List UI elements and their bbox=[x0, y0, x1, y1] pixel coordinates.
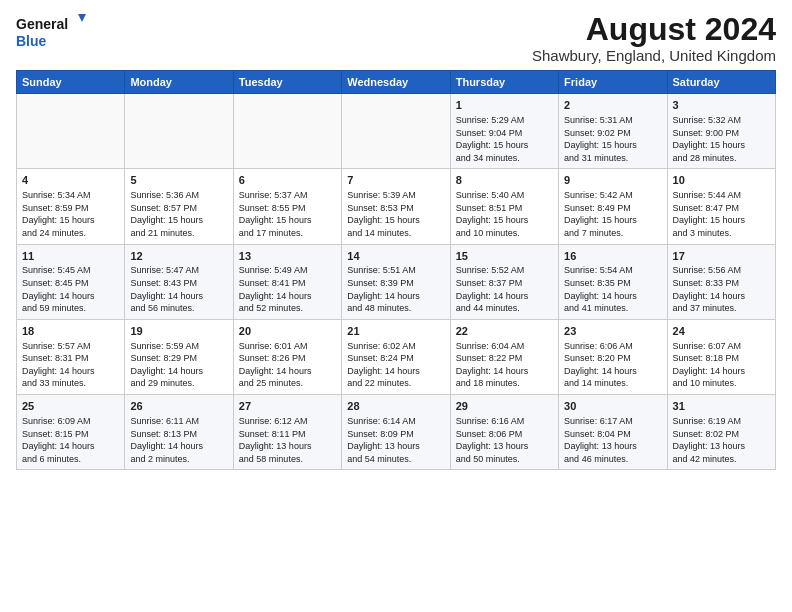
day-info: Sunrise: 6:17 AMSunset: 8:04 PMDaylight:… bbox=[564, 415, 661, 465]
calendar-header-row: SundayMondayTuesdayWednesdayThursdayFrid… bbox=[17, 71, 776, 94]
day-number: 17 bbox=[673, 249, 770, 264]
calendar-cell: 26Sunrise: 6:11 AMSunset: 8:13 PMDayligh… bbox=[125, 395, 233, 470]
day-info: Sunrise: 6:19 AMSunset: 8:02 PMDaylight:… bbox=[673, 415, 770, 465]
day-info: Sunrise: 5:42 AMSunset: 8:49 PMDaylight:… bbox=[564, 189, 661, 239]
title-block: August 2024 Shawbury, England, United Ki… bbox=[532, 12, 776, 64]
day-info: Sunrise: 5:34 AMSunset: 8:59 PMDaylight:… bbox=[22, 189, 119, 239]
calendar-cell: 25Sunrise: 6:09 AMSunset: 8:15 PMDayligh… bbox=[17, 395, 125, 470]
day-info: Sunrise: 5:51 AMSunset: 8:39 PMDaylight:… bbox=[347, 264, 444, 314]
calendar-cell: 1Sunrise: 5:29 AMSunset: 9:04 PMDaylight… bbox=[450, 94, 558, 169]
day-number: 7 bbox=[347, 173, 444, 188]
day-info: Sunrise: 6:01 AMSunset: 8:26 PMDaylight:… bbox=[239, 340, 336, 390]
day-info: Sunrise: 5:57 AMSunset: 8:31 PMDaylight:… bbox=[22, 340, 119, 390]
day-info: Sunrise: 5:36 AMSunset: 8:57 PMDaylight:… bbox=[130, 189, 227, 239]
calendar-cell: 2Sunrise: 5:31 AMSunset: 9:02 PMDaylight… bbox=[559, 94, 667, 169]
calendar-cell: 3Sunrise: 5:32 AMSunset: 9:00 PMDaylight… bbox=[667, 94, 775, 169]
calendar-cell bbox=[342, 94, 450, 169]
calendar-cell: 19Sunrise: 5:59 AMSunset: 8:29 PMDayligh… bbox=[125, 319, 233, 394]
day-number: 13 bbox=[239, 249, 336, 264]
day-number: 9 bbox=[564, 173, 661, 188]
day-info: Sunrise: 5:59 AMSunset: 8:29 PMDaylight:… bbox=[130, 340, 227, 390]
page-header: General Blue August 2024 Shawbury, Engla… bbox=[16, 12, 776, 64]
day-number: 24 bbox=[673, 324, 770, 339]
day-info: Sunrise: 5:47 AMSunset: 8:43 PMDaylight:… bbox=[130, 264, 227, 314]
calendar-cell: 10Sunrise: 5:44 AMSunset: 8:47 PMDayligh… bbox=[667, 169, 775, 244]
svg-marker-2 bbox=[78, 14, 86, 22]
day-number: 18 bbox=[22, 324, 119, 339]
day-number: 25 bbox=[22, 399, 119, 414]
day-number: 31 bbox=[673, 399, 770, 414]
calendar-cell: 31Sunrise: 6:19 AMSunset: 8:02 PMDayligh… bbox=[667, 395, 775, 470]
day-info: Sunrise: 6:02 AMSunset: 8:24 PMDaylight:… bbox=[347, 340, 444, 390]
calendar-cell: 21Sunrise: 6:02 AMSunset: 8:24 PMDayligh… bbox=[342, 319, 450, 394]
day-info: Sunrise: 6:06 AMSunset: 8:20 PMDaylight:… bbox=[564, 340, 661, 390]
calendar-cell: 18Sunrise: 5:57 AMSunset: 8:31 PMDayligh… bbox=[17, 319, 125, 394]
day-number: 16 bbox=[564, 249, 661, 264]
day-number: 21 bbox=[347, 324, 444, 339]
day-info: Sunrise: 5:37 AMSunset: 8:55 PMDaylight:… bbox=[239, 189, 336, 239]
calendar-week-2: 4Sunrise: 5:34 AMSunset: 8:59 PMDaylight… bbox=[17, 169, 776, 244]
day-number: 2 bbox=[564, 98, 661, 113]
calendar-cell: 20Sunrise: 6:01 AMSunset: 8:26 PMDayligh… bbox=[233, 319, 341, 394]
calendar-week-5: 25Sunrise: 6:09 AMSunset: 8:15 PMDayligh… bbox=[17, 395, 776, 470]
calendar-cell: 27Sunrise: 6:12 AMSunset: 8:11 PMDayligh… bbox=[233, 395, 341, 470]
calendar-cell: 8Sunrise: 5:40 AMSunset: 8:51 PMDaylight… bbox=[450, 169, 558, 244]
day-number: 26 bbox=[130, 399, 227, 414]
calendar-cell: 30Sunrise: 6:17 AMSunset: 8:04 PMDayligh… bbox=[559, 395, 667, 470]
day-info: Sunrise: 5:39 AMSunset: 8:53 PMDaylight:… bbox=[347, 189, 444, 239]
day-info: Sunrise: 5:56 AMSunset: 8:33 PMDaylight:… bbox=[673, 264, 770, 314]
calendar-cell: 16Sunrise: 5:54 AMSunset: 8:35 PMDayligh… bbox=[559, 244, 667, 319]
day-number: 22 bbox=[456, 324, 553, 339]
day-info: Sunrise: 6:07 AMSunset: 8:18 PMDaylight:… bbox=[673, 340, 770, 390]
day-number: 28 bbox=[347, 399, 444, 414]
calendar-week-3: 11Sunrise: 5:45 AMSunset: 8:45 PMDayligh… bbox=[17, 244, 776, 319]
calendar-page: General Blue August 2024 Shawbury, Engla… bbox=[0, 0, 792, 612]
day-info: Sunrise: 5:49 AMSunset: 8:41 PMDaylight:… bbox=[239, 264, 336, 314]
calendar-cell: 4Sunrise: 5:34 AMSunset: 8:59 PMDaylight… bbox=[17, 169, 125, 244]
col-header-friday: Friday bbox=[559, 71, 667, 94]
calendar-cell: 5Sunrise: 5:36 AMSunset: 8:57 PMDaylight… bbox=[125, 169, 233, 244]
svg-text:General: General bbox=[16, 16, 68, 32]
day-info: Sunrise: 5:32 AMSunset: 9:00 PMDaylight:… bbox=[673, 114, 770, 164]
day-info: Sunrise: 5:54 AMSunset: 8:35 PMDaylight:… bbox=[564, 264, 661, 314]
day-number: 29 bbox=[456, 399, 553, 414]
col-header-sunday: Sunday bbox=[17, 71, 125, 94]
calendar-table: SundayMondayTuesdayWednesdayThursdayFrid… bbox=[16, 70, 776, 470]
calendar-cell: 23Sunrise: 6:06 AMSunset: 8:20 PMDayligh… bbox=[559, 319, 667, 394]
day-number: 12 bbox=[130, 249, 227, 264]
calendar-cell: 6Sunrise: 5:37 AMSunset: 8:55 PMDaylight… bbox=[233, 169, 341, 244]
day-info: Sunrise: 5:45 AMSunset: 8:45 PMDaylight:… bbox=[22, 264, 119, 314]
svg-text:Blue: Blue bbox=[16, 33, 47, 49]
day-info: Sunrise: 5:52 AMSunset: 8:37 PMDaylight:… bbox=[456, 264, 553, 314]
day-number: 3 bbox=[673, 98, 770, 113]
day-number: 23 bbox=[564, 324, 661, 339]
day-number: 27 bbox=[239, 399, 336, 414]
day-number: 11 bbox=[22, 249, 119, 264]
logo-svg: General Blue bbox=[16, 12, 86, 52]
col-header-wednesday: Wednesday bbox=[342, 71, 450, 94]
day-number: 15 bbox=[456, 249, 553, 264]
day-info: Sunrise: 5:31 AMSunset: 9:02 PMDaylight:… bbox=[564, 114, 661, 164]
day-info: Sunrise: 5:40 AMSunset: 8:51 PMDaylight:… bbox=[456, 189, 553, 239]
day-number: 8 bbox=[456, 173, 553, 188]
calendar-cell: 7Sunrise: 5:39 AMSunset: 8:53 PMDaylight… bbox=[342, 169, 450, 244]
calendar-cell: 28Sunrise: 6:14 AMSunset: 8:09 PMDayligh… bbox=[342, 395, 450, 470]
logo: General Blue bbox=[16, 12, 86, 52]
calendar-week-1: 1Sunrise: 5:29 AMSunset: 9:04 PMDaylight… bbox=[17, 94, 776, 169]
col-header-thursday: Thursday bbox=[450, 71, 558, 94]
calendar-cell: 12Sunrise: 5:47 AMSunset: 8:43 PMDayligh… bbox=[125, 244, 233, 319]
main-title: August 2024 bbox=[532, 12, 776, 47]
day-info: Sunrise: 6:09 AMSunset: 8:15 PMDaylight:… bbox=[22, 415, 119, 465]
day-info: Sunrise: 5:29 AMSunset: 9:04 PMDaylight:… bbox=[456, 114, 553, 164]
day-info: Sunrise: 6:04 AMSunset: 8:22 PMDaylight:… bbox=[456, 340, 553, 390]
day-number: 14 bbox=[347, 249, 444, 264]
day-info: Sunrise: 6:11 AMSunset: 8:13 PMDaylight:… bbox=[130, 415, 227, 465]
day-number: 30 bbox=[564, 399, 661, 414]
day-number: 10 bbox=[673, 173, 770, 188]
calendar-cell: 22Sunrise: 6:04 AMSunset: 8:22 PMDayligh… bbox=[450, 319, 558, 394]
calendar-cell: 11Sunrise: 5:45 AMSunset: 8:45 PMDayligh… bbox=[17, 244, 125, 319]
calendar-cell bbox=[125, 94, 233, 169]
col-header-saturday: Saturday bbox=[667, 71, 775, 94]
subtitle: Shawbury, England, United Kingdom bbox=[532, 47, 776, 64]
day-info: Sunrise: 5:44 AMSunset: 8:47 PMDaylight:… bbox=[673, 189, 770, 239]
